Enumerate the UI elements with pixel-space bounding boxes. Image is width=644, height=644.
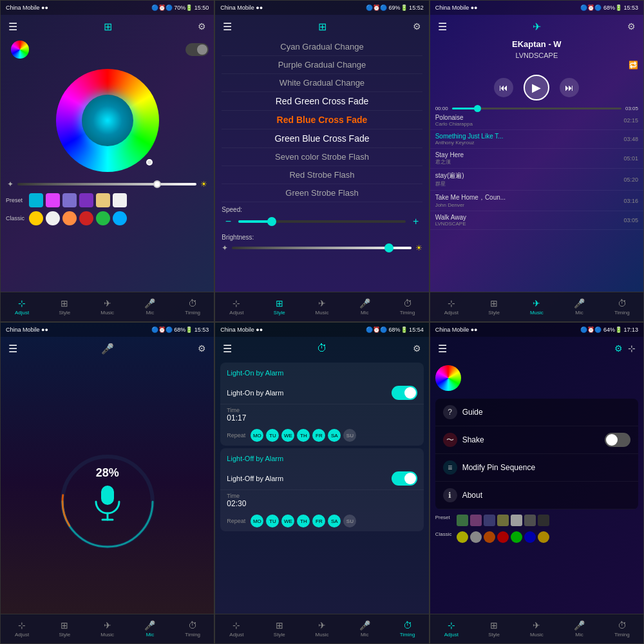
nav-timing-3[interactable]: ⏱ Timing [601, 298, 643, 316]
nav-music-5[interactable]: ✈ Music [301, 620, 343, 638]
nav-style-6[interactable]: ⊞ Style [473, 620, 515, 638]
nav-adjust-4[interactable]: ⊹ Adjust [1, 620, 43, 638]
nav-mic-4[interactable]: 🎤 Mic [129, 620, 171, 638]
nav-music-6[interactable]: ✈ Music [515, 620, 558, 638]
preset-sm-2[interactable] [470, 515, 482, 526]
classic-sm-2[interactable] [470, 531, 482, 543]
day-tu-off[interactable]: TU [266, 515, 279, 527]
speed-minus[interactable]: − [222, 216, 234, 227]
classic-sm-6[interactable] [524, 531, 536, 543]
grid-icon-2[interactable]: ⊞ [318, 21, 327, 33]
nav-style-5[interactable]: ⊞ Style [258, 620, 301, 638]
alarm-on-toggle[interactable] [392, 386, 417, 400]
menu-icon-4[interactable]: ☰ [8, 343, 17, 355]
style-green-blue[interactable]: Green Blue Cross Fade [222, 129, 422, 148]
nav-style-1[interactable]: ⊞ Style [43, 298, 86, 316]
nav-style-4[interactable]: ⊞ Style [43, 620, 86, 638]
nav-adjust-1[interactable]: ⊹ Adjust [1, 298, 43, 316]
shake-toggle[interactable] [605, 433, 630, 447]
song-item-stay[interactable]: stay(遍遍) 群星 05:20 [430, 169, 643, 191]
menu-icon-2[interactable]: ☰ [223, 21, 232, 33]
classic-white[interactable] [46, 211, 60, 225]
speed-plus[interactable]: + [410, 216, 422, 227]
nav-adjust-6[interactable]: ⊹ Adjust [430, 620, 473, 638]
song-item-polonaise[interactable]: Polonaise Carlo Chiarappa 02:15 [430, 111, 643, 130]
day-fr-off[interactable]: FR [312, 515, 325, 527]
filter-icon-1[interactable]: ⊞ [104, 21, 112, 33]
gear-icon-2[interactable]: ⚙ [413, 21, 421, 32]
day-fr-on[interactable]: FR [312, 429, 325, 442]
classic-red[interactable] [79, 211, 93, 225]
style-purple-gradual[interactable]: Purple Gradual Change [222, 56, 422, 74]
song-item-something[interactable]: Something Just Like T... Anthony Keyrouz… [430, 130, 643, 149]
nav-timing-2[interactable]: ⏱ Timing [386, 298, 428, 316]
classic-orange[interactable] [62, 211, 77, 225]
speed-track[interactable] [238, 220, 405, 223]
preset-swatch-pink[interactable] [46, 193, 60, 207]
nav-timing-6[interactable]: ⏱ Timing [601, 620, 643, 638]
preset-sm-4[interactable] [497, 515, 509, 526]
alarm-off-time-value[interactable]: 02:30 [227, 499, 417, 508]
day-th-on[interactable]: TH [297, 429, 310, 442]
classic-blue[interactable] [113, 211, 127, 225]
gear-icon-3[interactable]: ⚙ [627, 21, 636, 32]
prev-button[interactable]: ⏮ [494, 78, 513, 97]
style-red-green[interactable]: Red Green Cross Fade [222, 92, 422, 111]
day-su-off[interactable]: SU [343, 515, 356, 527]
brightness-slider-1[interactable] [17, 183, 196, 185]
day-mo-off[interactable]: MO [251, 515, 263, 527]
nav-mic-3[interactable]: 🎤 Mic [558, 298, 600, 316]
nav-mic-5[interactable]: 🎤 Mic [343, 620, 386, 638]
day-th-off[interactable]: TH [297, 515, 310, 527]
alarm-off-toggle[interactable] [392, 471, 417, 486]
day-we-on[interactable]: WE [281, 429, 294, 442]
filter-icon-6[interactable]: ⊹ [628, 343, 636, 354]
nav-timing-1[interactable]: ⏱ Timing [171, 298, 214, 316]
nav-adjust-2[interactable]: ⊹ Adjust [215, 298, 258, 316]
prog-track[interactable] [452, 108, 621, 109]
settings-guide[interactable]: ? Guide [435, 399, 638, 426]
gear2-icon-6[interactable]: ⚙ [614, 343, 623, 354]
nav-music-3[interactable]: ✈ Music [515, 298, 558, 316]
preset-sm-6[interactable] [524, 515, 536, 526]
menu-icon-6[interactable]: ☰ [438, 343, 447, 355]
nav-adjust-5[interactable]: ⊹ Adjust [215, 620, 258, 638]
settings-about[interactable]: ℹ About [435, 482, 638, 509]
power-toggle[interactable] [185, 43, 209, 56]
preset-sm-3[interactable] [484, 515, 495, 526]
classic-sm-5[interactable] [511, 531, 522, 543]
nav-music-4[interactable]: ✈ Music [86, 620, 129, 638]
classic-sm-4[interactable] [497, 531, 509, 543]
menu-icon-3[interactable]: ☰ [438, 21, 447, 33]
classic-sm-7[interactable] [538, 531, 549, 543]
settings-shake[interactable]: 〜 Shake [435, 426, 638, 454]
nav-adjust-3[interactable]: ⊹ Adjust [430, 298, 473, 316]
classic-sm-3[interactable] [484, 531, 495, 543]
preset-swatch-cct[interactable] [96, 193, 110, 207]
nav-mic-2[interactable]: 🎤 Mic [343, 298, 386, 316]
mic-nav-icon-4[interactable]: 🎤 [101, 343, 114, 355]
color-mini-wheel[interactable] [11, 41, 29, 59]
day-tu-on[interactable]: TU [266, 429, 279, 442]
classic-yellow[interactable] [29, 211, 43, 225]
preset-swatch-purple[interactable] [62, 193, 77, 207]
color-wheel[interactable] [56, 69, 159, 172]
classic-green[interactable] [96, 211, 110, 225]
style-green-strobe[interactable]: Green Strobe Flash [222, 184, 422, 202]
day-sa-on[interactable]: SA [328, 429, 341, 442]
preset-sm-7[interactable] [538, 515, 549, 526]
day-sa-off[interactable]: SA [328, 515, 341, 527]
nav-mic-6[interactable]: 🎤 Mic [558, 620, 600, 638]
settings-pin[interactable]: ≡ Modify Pin Sequence [435, 454, 638, 482]
preset-swatch-w[interactable] [113, 193, 127, 207]
day-we-off[interactable]: WE [281, 515, 294, 527]
day-mo-on[interactable]: MO [251, 429, 263, 442]
style-cyan-gradual[interactable]: Cyan Gradual Change [222, 38, 422, 56]
play-button[interactable]: ▶ [524, 75, 549, 100]
gear-icon-5[interactable]: ⚙ [413, 343, 421, 354]
song-item-walk[interactable]: Walk Away LVNDSCAPE 03:05 [430, 211, 643, 230]
bright-track[interactable] [232, 247, 411, 249]
style-red-strobe[interactable]: Red Strobe Flash [222, 166, 422, 184]
song-item-stay-here[interactable]: Stay Here 君之漢 05:01 [430, 149, 643, 169]
style-seven-color[interactable]: Seven color Strobe Flash [222, 148, 422, 166]
